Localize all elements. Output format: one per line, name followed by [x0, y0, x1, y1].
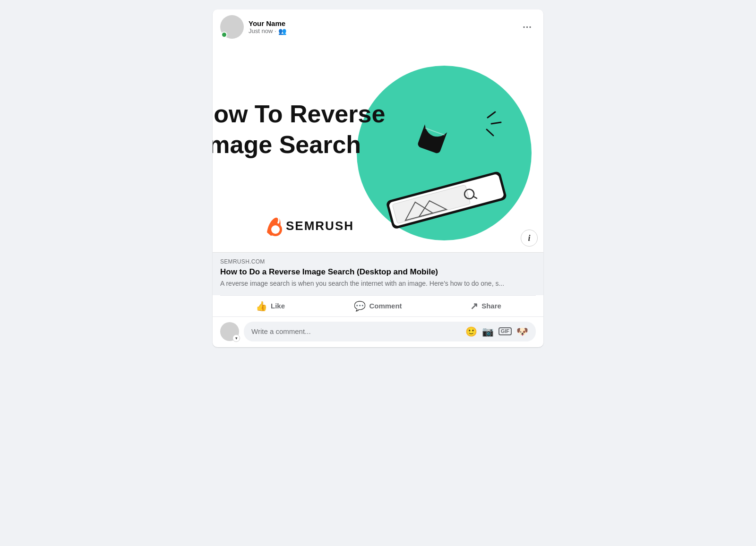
info-button[interactable]: i	[521, 230, 538, 247]
share-label: Share	[481, 302, 501, 310]
link-title: How to Do a Reverse Image Search (Deskto…	[220, 267, 536, 277]
comment-icon: 💬	[354, 301, 366, 311]
comment-button[interactable]: 💬 Comment	[324, 298, 432, 315]
post-header: Your Name Just now · 👥 ···	[213, 9, 543, 44]
header-left: Your Name Just now · 👥	[220, 15, 286, 39]
svg-point-13	[424, 102, 436, 119]
svg-text:Image Search: Image Search	[213, 131, 361, 158]
link-description: A reverse image search is when you searc…	[220, 279, 536, 289]
post-illustration: How To Reverse Image Search	[213, 44, 543, 252]
time-text: Just now	[249, 27, 273, 34]
time-sep: ·	[275, 27, 276, 34]
svg-text:How To Reverse: How To Reverse	[213, 100, 385, 128]
share-icon: ↗	[470, 301, 478, 311]
avatar-chevron[interactable]: ▾	[232, 334, 240, 342]
link-preview[interactable]: SEMRUSH.COM How to Do a Reverse Image Se…	[213, 252, 543, 295]
avatar-wrap	[220, 15, 244, 39]
comment-input-container[interactable]: Write a comment... 🙂 📷 GIF 🐶	[244, 322, 536, 341]
commenter-avatar-wrap: ▾	[220, 322, 239, 341]
gif-icon[interactable]: GIF	[498, 327, 512, 335]
like-icon: 👍	[256, 301, 267, 311]
comment-area: ▾ Write a comment... 🙂 📷 GIF 🐶	[213, 317, 543, 347]
like-label: Like	[271, 302, 285, 310]
post-card: Your Name Just now · 👥 ··· How To Revers…	[213, 9, 543, 347]
online-status-dot	[221, 32, 227, 38]
post-meta: Your Name Just now · 👥	[249, 19, 286, 35]
audience-icon: 👥	[278, 27, 286, 35]
comment-input[interactable]: Write a comment...	[251, 327, 461, 335]
svg-point-23	[271, 225, 280, 234]
emoji-icon[interactable]: 🙂	[465, 326, 477, 337]
comment-icon-group: 🙂 📷 GIF 🐶	[465, 326, 528, 337]
link-source: SEMRUSH.COM	[220, 258, 536, 265]
camera-icon[interactable]: 📷	[482, 326, 494, 337]
post-image-area: How To Reverse Image Search	[213, 44, 543, 252]
svg-text:SEMRUSH: SEMRUSH	[286, 219, 354, 233]
comment-label: Comment	[369, 302, 402, 310]
like-button[interactable]: 👍 Like	[216, 298, 324, 315]
share-button[interactable]: ↗ Share	[432, 298, 540, 315]
more-options-button[interactable]: ···	[519, 18, 536, 35]
post-time: Just now · 👥	[249, 27, 286, 35]
sticker-icon[interactable]: 🐶	[516, 326, 528, 337]
action-row: 👍 Like 💬 Comment ↗ Share	[213, 296, 543, 316]
post-author: Your Name	[249, 19, 286, 27]
